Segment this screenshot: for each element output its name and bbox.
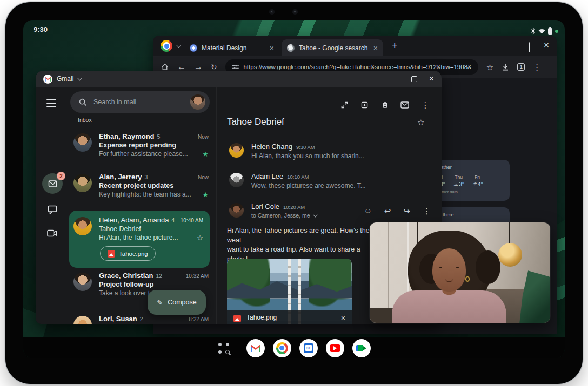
thread-message[interactable]: Adam Lee10:10 AM Wow, these picturese ar…: [229, 172, 366, 189]
email-count: 12: [156, 273, 162, 279]
attachment-chip[interactable]: Tahoe.png: [100, 246, 156, 261]
email-time: Now: [198, 134, 209, 140]
email-row[interactable]: Lori, Susan28:22 AM: [74, 315, 209, 323]
video-call-pip[interactable]: [370, 222, 550, 323]
email-time: Now: [198, 174, 209, 180]
gmail-title-bar[interactable]: Gmail ×: [36, 71, 442, 87]
home-icon[interactable]: [161, 63, 169, 71]
star-icon[interactable]: ★: [202, 150, 209, 158]
email-row[interactable]: Alan, Jerrery3Now Recent project updates…: [74, 173, 209, 199]
shelf-meet-icon[interactable]: [352, 339, 371, 357]
forward-icon[interactable]: →: [194, 63, 203, 71]
shelf-youtube-icon[interactable]: [326, 339, 344, 357]
tahoe-tab-favicon: [287, 44, 295, 52]
message-time: 10:10 AM: [287, 174, 309, 180]
email-count: 5: [157, 133, 161, 140]
unread-badge: 2: [57, 172, 65, 180]
tab-strip: Material Design × Tahoe - Google sesarch…: [153, 36, 557, 56]
hamburger-menu-icon[interactable]: [46, 99, 56, 107]
gmail-search-bar[interactable]: [70, 91, 210, 113]
tablet-device: 9:30 Material Design ×: [5, 2, 583, 384]
tune-icon[interactable]: [232, 63, 239, 71]
gmail-app-title: Gmail: [57, 75, 74, 83]
back-icon[interactable]: ←: [177, 63, 186, 71]
rail-videocam-icon[interactable]: [47, 229, 57, 237]
search-icon: [225, 350, 230, 354]
close-tab-icon[interactable]: ×: [270, 44, 274, 52]
pip-person-face: [432, 248, 466, 292]
shelf-divider: [238, 342, 238, 355]
chevron-down-icon[interactable]: [176, 43, 181, 48]
reload-icon[interactable]: ↻: [211, 63, 217, 71]
pane-divider: [216, 87, 217, 324]
star-icon[interactable]: ☆: [197, 234, 203, 242]
star-icon[interactable]: ★: [202, 191, 209, 199]
thread-menu-icon[interactable]: ⋮: [420, 100, 430, 110]
launcher-icon[interactable]: [218, 342, 230, 354]
thread-message[interactable]: Helen Chang9:30 AM Hi Alan, thank you so…: [229, 143, 366, 160]
mark-unread-icon[interactable]: [400, 100, 410, 110]
email-subject: Project follow-up: [99, 281, 209, 288]
email-count: 3: [145, 174, 148, 180]
email-row-selected[interactable]: Helen, Adam, Amanda410:40 AM Tahoe Debri…: [69, 211, 210, 268]
browser-menu-icon[interactable]: ⋮: [533, 63, 541, 71]
pip-green-blanket: [519, 270, 550, 323]
expand-icon[interactable]: [339, 100, 349, 110]
new-tab-button[interactable]: +: [392, 40, 398, 50]
attachment-photo[interactable]: Tahoe.png 104 KB ×: [227, 259, 352, 324]
search-input[interactable]: [92, 98, 185, 106]
compose-label: Compose: [168, 299, 197, 306]
email-sender: Alan, Jerrery: [99, 173, 142, 181]
message-sender: Adam Lee: [251, 172, 283, 180]
weather-day: Thu: [455, 174, 463, 180]
message-time: 9:30 AM: [296, 144, 315, 150]
shelf-chrome-icon[interactable]: [273, 339, 291, 357]
email-sender: Grace, Christian: [99, 272, 153, 280]
email-count: 4: [171, 217, 175, 224]
material-design-favicon: [190, 44, 197, 52]
email-row[interactable]: Ethan, Raymond5Now Expense report pendin…: [74, 132, 209, 158]
search-icon: [79, 98, 87, 106]
message-menu-icon[interactable]: ⋮: [423, 206, 431, 216]
thread-message[interactable]: Lori Cole10:20 AM to Cameron, Jesse, me: [229, 202, 366, 219]
front-camera-dot: [269, 9, 275, 15]
maximize-button[interactable]: [529, 43, 530, 52]
close-window-button[interactable]: ×: [429, 74, 434, 84]
tab-tahoe-search[interactable]: Tahoe - Google sesarch ×: [282, 39, 383, 56]
status-tray[interactable]: [531, 28, 558, 35]
tab-material-design[interactable]: Material Design ×: [184, 39, 279, 56]
rail-mail-button[interactable]: 2: [42, 173, 63, 194]
download-icon[interactable]: [502, 63, 509, 71]
close-window-button[interactable]: ×: [544, 40, 549, 51]
forward-icon[interactable]: ↪: [403, 206, 410, 216]
trash-icon[interactable]: [380, 100, 390, 110]
tab-title: Tahoe - Google sesarch: [299, 44, 368, 52]
maximize-button[interactable]: [411, 76, 417, 82]
emoji-icon[interactable]: ☺: [364, 206, 372, 216]
compose-button[interactable]: ✎ Compose: [148, 290, 206, 315]
rail-chat-icon[interactable]: [48, 205, 57, 214]
photo-foliage: [227, 259, 270, 312]
thread-star-icon[interactable]: ☆: [417, 118, 424, 127]
close-tab-icon[interactable]: ×: [373, 44, 378, 52]
archive-icon[interactable]: [359, 100, 369, 110]
avatar: [74, 316, 92, 324]
chevron-down-icon[interactable]: [313, 213, 317, 217]
attachment-bar: Tahoe.png 104 KB ×: [227, 310, 352, 324]
tab-counter[interactable]: 1: [517, 63, 525, 71]
chrome-menu-logo[interactable]: [161, 40, 172, 52]
profile-avatar[interactable]: [190, 94, 205, 110]
mail-icon: [48, 180, 57, 187]
email-subject: Recent project updates: [99, 182, 209, 189]
avatar: [74, 133, 92, 152]
chevron-down-icon[interactable]: [78, 76, 82, 80]
avatar: [229, 173, 244, 187]
shelf-calendar-icon[interactable]: 31: [299, 339, 318, 357]
email-subject: Expense report pending: [99, 141, 209, 149]
screen: 9:30 Material Design ×: [23, 20, 565, 358]
shelf-gmail-icon[interactable]: [246, 339, 265, 357]
attachment-name: Tahoe.png: [119, 250, 148, 257]
reply-icon[interactable]: ↩: [384, 206, 391, 216]
bookmark-star-icon[interactable]: ☆: [486, 63, 493, 71]
close-icon[interactable]: ×: [341, 314, 345, 322]
